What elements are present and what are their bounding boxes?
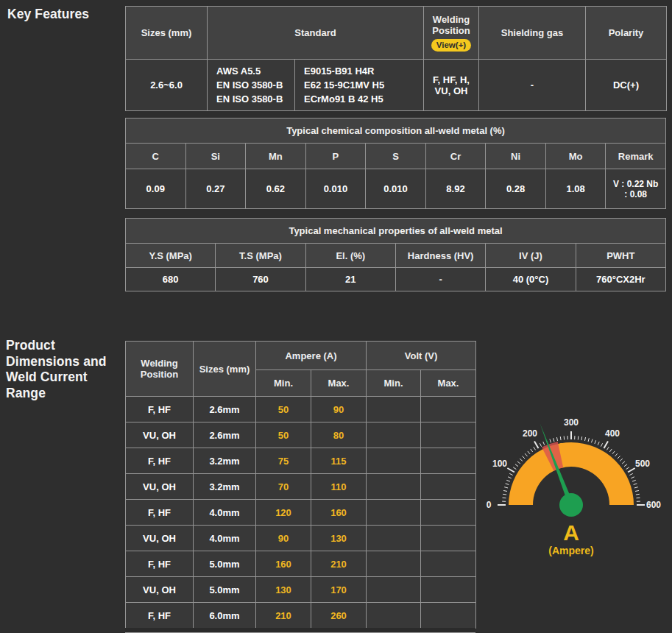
welding-position-header-label: Welding Position <box>427 14 475 36</box>
cell-a_min: 70 <box>256 474 311 500</box>
chem-header-cell-6: Ni <box>486 144 546 169</box>
cell-a_min: 50 <box>256 422 311 448</box>
cell-v_max <box>421 448 476 474</box>
cell-v_max <box>421 397 476 422</box>
polarity-value: DC(+) <box>586 60 667 111</box>
chem-value-cell-4: 0.010 <box>366 169 426 209</box>
gauge-major-tick <box>534 441 539 448</box>
current-table-row: F, HF3.2mm75115 <box>126 448 476 474</box>
cell-v_min <box>367 474 421 500</box>
gauge-major-tick <box>604 441 609 448</box>
mech-value-cell-0: 680 <box>126 268 216 291</box>
gauge-minor-tick <box>609 449 612 452</box>
cell-a_min: 210 <box>256 603 311 629</box>
cell-v_max <box>421 526 476 551</box>
cell-position: VU, OH <box>126 577 194 603</box>
cell-position: VU, OH <box>126 422 194 448</box>
cell-a_min: 130 <box>256 577 311 603</box>
chem-value-cell-5: 8.92 <box>425 169 486 209</box>
gauge-tick-label: 500 <box>635 459 650 469</box>
col-header-ampere-max: Max. <box>311 370 367 397</box>
gauge-minor-tick <box>612 451 615 454</box>
gauge-tick-label: 600 <box>646 500 661 510</box>
gauge-minor-tick <box>581 436 582 440</box>
mech-header-cell-2: El. (%) <box>305 244 395 268</box>
col-header-ampere-min: Min. <box>256 370 311 397</box>
cell-size: 3.2mm <box>194 474 256 500</box>
gauge-minor-tick <box>504 487 508 488</box>
chem-header-cell-3: P <box>305 144 366 169</box>
gauge-minor-tick <box>585 437 586 441</box>
chem-header-cell-4: S <box>366 144 426 169</box>
col-header-sizes-2: Sizes (mm) <box>194 342 256 397</box>
gauge-minor-tick <box>543 442 545 445</box>
cell-v_min <box>367 526 421 551</box>
mech-value-cell-3: - <box>395 268 485 291</box>
col-header-volt-max: Max. <box>421 370 476 397</box>
cell-position: VU, OH <box>126 474 194 500</box>
cell-position: F, HF <box>126 551 194 577</box>
cell-a_max: 110 <box>311 474 367 500</box>
gauge-minor-tick <box>634 487 638 488</box>
cell-v_max <box>421 603 476 629</box>
cell-position: F, HF <box>126 448 194 474</box>
current-table-row: F, HF4.0mm120160 <box>126 500 476 526</box>
cell-a_max: 210 <box>311 551 367 577</box>
gauge-minor-tick <box>636 494 640 495</box>
mech-header-cell-0: Y.S (MPa) <box>126 244 216 268</box>
weld-current-range-table: Welding Position Sizes (mm) Ampere (A) V… <box>125 341 476 629</box>
current-table-row: F, HF5.0mm160210 <box>126 551 476 577</box>
mech-header-cell-3: Hardness (HV) <box>395 244 485 268</box>
current-table-row: VU, OH3.2mm70110 <box>126 474 476 500</box>
standard-value-b: E9015-B91 H4R E62 15-9C1MV H5 ECrMo91 B … <box>295 60 424 111</box>
col-header-polarity: Polarity <box>586 7 667 60</box>
gauge-minor-tick <box>506 480 510 481</box>
gauge-minor-tick <box>534 447 536 450</box>
col-header-volt: Volt (V) <box>367 342 476 370</box>
gauge-minor-tick <box>592 439 593 443</box>
chem-value-cell-3: 0.010 <box>305 169 366 209</box>
welding-position-value: F, HF, H, VU, OH <box>424 60 479 111</box>
cell-size: 2.6mm <box>194 397 256 422</box>
col-header-ampere: Ampere (A) <box>256 342 367 370</box>
chem-header-cell-7: Mo <box>545 144 606 169</box>
cell-a_min: 50 <box>256 397 311 422</box>
gauge-minor-tick <box>622 462 625 464</box>
cell-v_max <box>421 474 476 500</box>
gauge-minor-tick <box>578 436 579 440</box>
current-table-row: VU, OH5.0mm130170 <box>126 577 476 603</box>
gauge-minor-tick <box>601 443 602 446</box>
cell-a_max: 90 <box>311 397 367 422</box>
mechanical-properties-table: Typical mechanical properties of all-wel… <box>125 218 666 291</box>
cell-size: 5.0mm <box>194 551 256 577</box>
gauge-minor-tick <box>560 436 561 440</box>
current-table-body: F, HF2.6mm5090VU, OH2.6mm5080F, HF3.2mm7… <box>126 397 476 629</box>
view-button[interactable]: View(+) <box>431 39 471 52</box>
gauge-tick-label: 300 <box>564 417 579 428</box>
gauge-minor-tick <box>506 484 509 485</box>
cell-a_min: 90 <box>256 526 311 551</box>
current-table-row: F, HF6.0mm210260 <box>126 603 476 629</box>
mech-header-cell-4: IV (J) <box>486 244 576 268</box>
current-table-group-header-row: Welding Position Sizes (mm) Ampere (A) V… <box>126 342 476 370</box>
chem-value-cell-2: 0.62 <box>246 169 306 209</box>
product-dimensions-heading: Product Dimensions and Weld Current Rang… <box>6 338 116 401</box>
gauge-minor-tick <box>508 477 512 478</box>
cell-a_max: 80 <box>311 422 367 448</box>
mech-header-cell-1: T.S (MPa) <box>216 244 305 268</box>
gauge-hub <box>559 493 583 517</box>
mechanical-table-title: Typical mechanical properties of all-wel… <box>126 219 666 244</box>
cell-position: VU, OH <box>126 526 194 551</box>
mech-values-row: 68076021-40 (0°C)760°CX2Hr <box>126 268 666 291</box>
chem-header-cell-2: Mn <box>246 144 306 169</box>
gauge-tick-label: 100 <box>492 459 507 469</box>
gauge-minor-tick <box>620 459 623 461</box>
gauge-minor-tick <box>528 451 530 454</box>
gauge-major-tick <box>628 468 635 473</box>
cell-a_max: 115 <box>311 448 367 474</box>
gauge-minor-tick <box>606 447 609 450</box>
mechanical-table-title-row: Typical mechanical properties of all-wel… <box>126 219 666 244</box>
chem-header-cell-8: Remark <box>606 144 666 169</box>
gauge-minor-tick <box>550 439 551 443</box>
gauge-minor-tick <box>637 498 640 498</box>
